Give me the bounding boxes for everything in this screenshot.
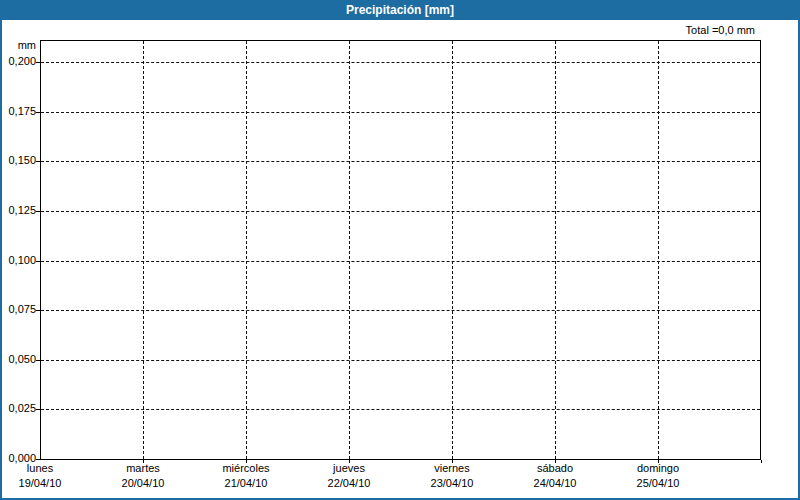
x-tick-day-label: miércoles xyxy=(201,462,291,475)
x-tick-date-label: 23/04/10 xyxy=(407,477,497,490)
h-gridline xyxy=(41,409,760,410)
y-tick-mark xyxy=(36,310,40,311)
x-tick-mark xyxy=(349,460,350,463)
v-gridline xyxy=(658,41,659,459)
x-tick-mark xyxy=(555,460,556,463)
y-tick-mark xyxy=(36,161,40,162)
y-tick-mark xyxy=(36,360,40,361)
h-gridline xyxy=(41,310,760,311)
y-tick-label: 0,025 xyxy=(0,402,36,415)
y-tick-label: 0,075 xyxy=(0,303,36,316)
v-gridline xyxy=(349,41,350,459)
x-tick-day-label: viernes xyxy=(407,462,497,475)
x-tick-mark xyxy=(452,460,453,463)
y-axis-unit-label: mm xyxy=(0,39,36,51)
y-tick-mark xyxy=(36,62,40,63)
h-gridline xyxy=(41,360,760,361)
y-tick-label: 0,200 xyxy=(0,55,36,68)
y-tick-label: 0,175 xyxy=(0,105,36,118)
x-tick-date-label: 21/04/10 xyxy=(201,477,291,490)
plot-area xyxy=(40,40,761,460)
x-tick-day-label: jueves xyxy=(304,462,394,475)
x-tick-date-label: 24/04/10 xyxy=(510,477,600,490)
y-tick-mark xyxy=(36,459,40,460)
h-gridline xyxy=(41,161,760,162)
precipitation-chart-window: Precipitación [mm] Total =0,0 mm mm 0,20… xyxy=(0,0,800,500)
chart-title: Precipitación [mm] xyxy=(346,3,454,17)
x-tick-mark xyxy=(246,460,247,463)
x-tick-mark xyxy=(761,460,762,463)
y-tick-label: 0,150 xyxy=(0,154,36,167)
v-gridline xyxy=(143,41,144,459)
h-gridline xyxy=(41,62,760,63)
v-gridline xyxy=(246,41,247,459)
y-tick-mark xyxy=(36,409,40,410)
y-tick-label: 0,100 xyxy=(0,254,36,267)
y-tick-mark xyxy=(36,112,40,113)
x-tick-day-label: martes xyxy=(98,462,188,475)
title-bar: Precipitación [mm] xyxy=(0,0,800,20)
total-label: Total =0,0 mm xyxy=(686,24,755,36)
h-gridline xyxy=(41,261,760,262)
y-tick-label: 0,050 xyxy=(0,353,36,366)
h-gridline xyxy=(41,112,760,113)
x-tick-day-label: lunes xyxy=(0,462,85,475)
y-tick-mark xyxy=(36,261,40,262)
x-tick-day-label: domingo xyxy=(613,462,703,475)
y-tick-label: 0,125 xyxy=(0,204,36,217)
x-tick-date-label: 25/04/10 xyxy=(613,477,703,490)
x-tick-date-label: 19/04/10 xyxy=(0,477,85,490)
x-tick-mark xyxy=(658,460,659,463)
h-gridline xyxy=(41,211,760,212)
x-tick-date-label: 20/04/10 xyxy=(98,477,188,490)
v-gridline xyxy=(452,41,453,459)
y-tick-mark xyxy=(36,211,40,212)
v-gridline xyxy=(555,41,556,459)
x-tick-day-label: sábado xyxy=(510,462,600,475)
x-tick-date-label: 22/04/10 xyxy=(304,477,394,490)
x-tick-mark xyxy=(143,460,144,463)
